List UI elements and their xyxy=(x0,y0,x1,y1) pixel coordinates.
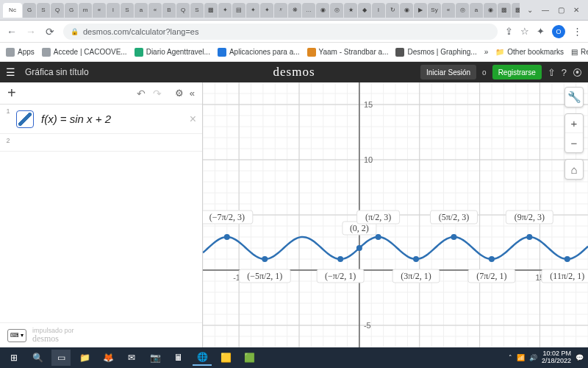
tab[interactable]: ◉ xyxy=(400,3,413,18)
graph-title[interactable]: Gráfica sin título xyxy=(25,67,89,77)
tab[interactable]: ◎ xyxy=(456,3,469,18)
bookmark-item[interactable]: Accede | CACOOVE... xyxy=(42,48,127,57)
zoom-out-button[interactable]: − xyxy=(565,133,583,152)
bookmark-item[interactable]: Yaam - Strandbar a... xyxy=(307,48,389,57)
undo-button[interactable]: ↶ xyxy=(137,88,146,99)
url-input[interactable]: 🔒 desmos.com/calculator?lang=es xyxy=(63,24,498,40)
home-button[interactable]: ⌂ xyxy=(565,160,583,179)
tab[interactable]: ✦ xyxy=(260,3,273,18)
tab[interactable]: ✦ xyxy=(246,3,259,18)
bookmark-item[interactable]: Aplicaciones para a... xyxy=(218,48,300,57)
tab[interactable]: ◎ xyxy=(330,3,343,18)
reload-button[interactable]: ⟳ xyxy=(44,26,56,38)
profile-avatar[interactable]: O xyxy=(552,25,565,38)
tab[interactable]: ▤ xyxy=(232,3,245,18)
settings-icon[interactable]: ⦿ xyxy=(573,67,582,78)
back-button[interactable]: ← xyxy=(6,26,18,38)
tab[interactable]: … xyxy=(302,3,315,18)
tab[interactable]: « xyxy=(93,3,106,18)
tab[interactable]: ▩ xyxy=(204,3,218,18)
tab[interactable]: B xyxy=(162,3,176,18)
tab[interactable]: S xyxy=(190,3,204,18)
minimize-button[interactable]: — xyxy=(542,6,549,14)
tab[interactable]: 〃 xyxy=(274,3,287,18)
chevron-down-icon[interactable]: ⌄ xyxy=(527,6,533,14)
taskbar-item[interactable]: 🟩 xyxy=(240,350,259,366)
other-bookmarks[interactable]: 📁Other bookmarks xyxy=(495,48,564,56)
tab[interactable]: « xyxy=(148,3,162,18)
share-icon[interactable]: ⇧ xyxy=(548,67,556,78)
tab[interactable]: S xyxy=(121,3,134,18)
taskbar-item[interactable]: 🦊 xyxy=(98,350,118,366)
taskbar-item[interactable]: 🌐 xyxy=(193,350,212,366)
tab[interactable]: ◆ xyxy=(358,3,371,18)
expression-formula[interactable]: f(x) = sin x + 2 xyxy=(41,113,111,126)
tab[interactable]: Q xyxy=(176,3,190,18)
tab[interactable]: G xyxy=(65,3,78,18)
redo-button[interactable]: ↷ xyxy=(153,88,162,99)
volume-icon[interactable]: 🔊 xyxy=(529,354,537,361)
maximize-button[interactable]: ▢ xyxy=(558,6,564,14)
tab[interactable]: l xyxy=(107,3,120,18)
add-expression-button[interactable]: + xyxy=(7,85,16,102)
taskbar-item[interactable]: 🖩 xyxy=(169,350,188,366)
tab[interactable]: ✦ xyxy=(218,3,232,18)
tab[interactable]: a xyxy=(135,3,148,18)
collapse-panel-button[interactable]: « xyxy=(190,88,195,99)
signup-button[interactable]: Registrarse xyxy=(492,65,542,79)
keyboard-button[interactable]: ⌨ ▾ xyxy=(7,329,26,342)
tab[interactable]: Sy xyxy=(428,3,441,18)
apps-button[interactable]: Apps xyxy=(6,48,35,57)
taskbar-item[interactable]: 🟨 xyxy=(216,350,235,366)
svg-text:(5π/2, 3): (5π/2, 3) xyxy=(439,212,469,222)
expression-color-icon[interactable] xyxy=(16,110,34,128)
tray-chevron-icon[interactable]: ˄ xyxy=(509,354,512,361)
tab[interactable]: ▩ xyxy=(498,3,511,18)
clock[interactable]: 10:02 PM 2/18/2022 xyxy=(542,350,571,365)
wifi-icon[interactable]: 📶 xyxy=(517,354,525,361)
delete-expression-button[interactable]: × xyxy=(190,113,196,126)
tab[interactable]: l xyxy=(372,3,385,18)
zoom-in-button[interactable]: + xyxy=(565,114,583,133)
tab[interactable]: ◉ xyxy=(316,3,329,18)
tab-active[interactable]: Nc xyxy=(3,3,22,18)
taskbar-item[interactable]: 🔍 xyxy=(28,350,47,366)
taskbar-item[interactable]: ▭ xyxy=(51,350,71,366)
reading-list[interactable]: ▤Reading list xyxy=(571,48,588,56)
tab[interactable]: a xyxy=(470,3,483,18)
tab[interactable]: ↻ xyxy=(386,3,399,18)
forward-button[interactable]: → xyxy=(25,26,37,38)
tab[interactable]: « xyxy=(442,3,455,18)
expression-settings-icon[interactable]: ⚙ xyxy=(175,88,184,99)
help-icon[interactable]: ? xyxy=(562,67,567,78)
notifications-icon[interactable]: 💬 xyxy=(576,354,584,361)
taskbar-item[interactable]: ✉ xyxy=(122,350,141,366)
tab[interactable]: G xyxy=(23,3,36,18)
graph-canvas[interactable]: -101015-551015(−7π/2, 3)(−5π/2, 1)(0, 2)… xyxy=(203,82,588,347)
bookmark-item[interactable]: Desmos | Graphing... xyxy=(395,48,476,57)
login-button[interactable]: Iniciar Sesión xyxy=(420,65,476,79)
svg-point-102 xyxy=(526,234,532,240)
tab[interactable]: ❋ xyxy=(288,3,301,18)
menu-icon[interactable]: ⋮ xyxy=(573,26,582,37)
tab[interactable]: S xyxy=(37,3,50,18)
taskbar-item[interactable]: 📷 xyxy=(146,350,165,366)
tab[interactable]: m xyxy=(79,3,92,18)
hamburger-icon[interactable]: ☰ xyxy=(6,66,19,78)
start-button[interactable]: ⊞ xyxy=(4,350,24,366)
share-icon[interactable]: ⇪ xyxy=(505,26,513,37)
tab[interactable]: ◉ xyxy=(484,3,497,18)
bookmarks-overflow[interactable]: » xyxy=(484,48,489,56)
close-button[interactable]: ✕ xyxy=(573,6,579,14)
expression-row-empty[interactable]: 2 xyxy=(0,134,202,152)
tab[interactable]: Q xyxy=(51,3,64,18)
taskbar-item[interactable]: 📁 xyxy=(75,350,94,366)
expression-row[interactable]: 1 f(x) = sin x + 2 × xyxy=(0,105,202,134)
tab[interactable]: ▶ xyxy=(414,3,427,18)
tab[interactable]: ★ xyxy=(344,3,357,18)
tab[interactable]: ▩ xyxy=(512,3,520,18)
star-icon[interactable]: ☆ xyxy=(520,26,529,37)
bookmark-item[interactable]: Diario Agenttravel... xyxy=(135,48,210,57)
extension-icon[interactable]: ✦ xyxy=(537,26,545,37)
wrench-icon[interactable]: 🔧 xyxy=(565,88,583,107)
